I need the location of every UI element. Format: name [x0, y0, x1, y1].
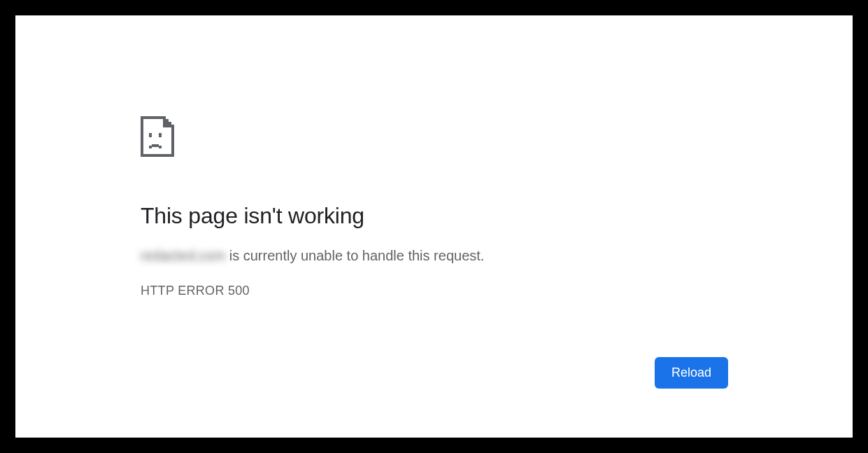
error-page: This page isn't working redacted.com is …: [15, 15, 853, 438]
svg-rect-1: [159, 133, 162, 137]
domain-text: redacted.com: [141, 248, 225, 263]
sad-file-icon: [141, 116, 728, 160]
message-suffix: is currently unable to handle this reque…: [225, 248, 484, 263]
error-code: HTTP ERROR 500: [141, 284, 728, 298]
error-title: This page isn't working: [141, 203, 728, 229]
svg-rect-3: [152, 144, 159, 147]
svg-rect-0: [149, 133, 152, 137]
error-message: redacted.com is currently unable to hand…: [141, 246, 728, 265]
svg-rect-4: [159, 146, 162, 148]
error-content: This page isn't working redacted.com is …: [141, 116, 728, 298]
svg-rect-2: [149, 146, 152, 148]
reload-button[interactable]: Reload: [655, 357, 728, 389]
